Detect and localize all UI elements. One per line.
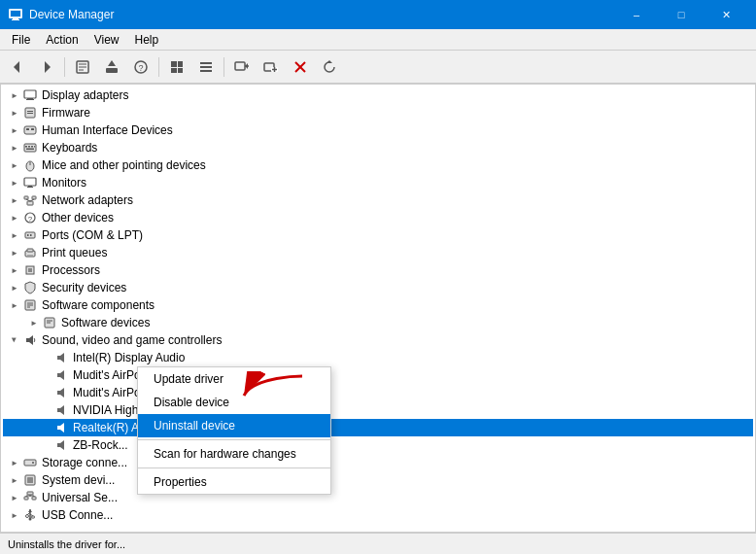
svg-rect-50 <box>27 187 33 188</box>
tree-item-processors[interactable]: ► Processors <box>3 261 753 279</box>
back-button[interactable] <box>4 54 31 80</box>
context-menu: Update driver Disable device Uninstall d… <box>137 366 331 495</box>
svg-rect-20 <box>200 70 212 72</box>
ctx-sep-1 <box>138 439 330 440</box>
maximize-button[interactable]: □ <box>659 0 704 29</box>
expand-arrow-storage[interactable]: ► <box>7 455 22 470</box>
tree-item-display-adapters[interactable]: ► Display adapters <box>3 87 753 104</box>
expand-arrow[interactable]: ► <box>7 87 22 103</box>
expand-arrow-keyboards[interactable]: ► <box>7 140 22 156</box>
svg-rect-36 <box>27 113 33 114</box>
tree-item-sound-video[interactable]: ► Sound, video and game controllers <box>3 331 753 349</box>
expand-arrow-ports[interactable]: ► <box>7 227 22 243</box>
scan-button[interactable] <box>228 54 256 80</box>
tree-item-print-queues[interactable]: ► Print queues <box>3 244 753 261</box>
tree-item-network-adapters[interactable]: ► Network adapters <box>3 191 753 209</box>
svg-rect-59 <box>27 234 29 236</box>
tree-item-keyboards[interactable]: ► Keyboards <box>3 139 753 156</box>
svg-rect-87 <box>32 497 36 500</box>
expand-arrow-software-dev[interactable]: ► <box>26 315 42 330</box>
tree-item-software-devices[interactable]: ► Software devices <box>3 314 753 331</box>
tree-item-mice[interactable]: ► Mice and other pointing devices <box>3 156 753 174</box>
sound-video-label: Sound, video and game controllers <box>42 333 222 347</box>
menu-view[interactable]: View <box>86 31 127 49</box>
add-button[interactable] <box>258 54 285 80</box>
tree-item-security-devices[interactable]: ► Security devices <box>3 279 753 296</box>
svg-rect-21 <box>235 62 245 70</box>
svg-marker-92 <box>28 509 32 512</box>
tree-item-realtek[interactable]: ► Realtek(R) Audio <box>3 419 753 436</box>
expand-arrow-print[interactable]: ► <box>7 245 22 260</box>
expand-arrow-other[interactable]: ► <box>7 210 22 225</box>
svg-rect-65 <box>28 268 32 272</box>
svg-rect-17 <box>178 68 183 73</box>
update-driver-button[interactable] <box>98 54 125 80</box>
expand-arrow-network[interactable]: ► <box>7 192 22 208</box>
refresh-button[interactable] <box>316 54 343 80</box>
svg-rect-35 <box>27 111 33 112</box>
svg-rect-49 <box>28 186 32 187</box>
menu-action[interactable]: Action <box>38 31 86 49</box>
expand-arrow-hid[interactable]: ► <box>7 122 22 138</box>
monitors-icon <box>22 175 38 190</box>
expand-arrow-mice[interactable]: ► <box>7 157 22 173</box>
ctx-update-driver[interactable]: Update driver <box>138 367 330 391</box>
svg-text:?: ? <box>28 215 33 224</box>
svg-rect-31 <box>24 90 36 98</box>
tree-item-firmware[interactable]: ► Firmware <box>3 104 753 121</box>
view1-button[interactable] <box>163 54 190 80</box>
tree-item-usb[interactable]: ► USB Conne... <box>3 506 753 524</box>
expand-arrow-sound[interactable]: ► <box>7 332 22 348</box>
properties-button[interactable] <box>69 54 96 80</box>
expand-arrow-security[interactable]: ► <box>7 280 22 295</box>
window-controls: – □ ✕ <box>614 0 748 29</box>
ctx-uninstall-device[interactable]: Uninstall device <box>138 414 330 437</box>
view2-button[interactable] <box>192 54 220 80</box>
other-devices-label: Other devices <box>42 211 114 225</box>
ctx-scan-changes[interactable]: Scan for hardware changes <box>138 442 330 466</box>
svg-rect-15 <box>178 61 183 67</box>
svg-marker-78 <box>57 423 64 433</box>
svg-rect-41 <box>25 146 27 148</box>
tree-item-airpods-hf[interactable]: ► Mudit's AirPods Hands-Free <box>3 384 753 401</box>
tree-item-system[interactable]: ► System devi... <box>3 471 753 489</box>
expand-arrow-software-comp[interactable]: ► <box>7 297 22 313</box>
ctx-properties[interactable]: Properties <box>138 470 330 494</box>
tree-item-hid[interactable]: ► Human Interface Devices <box>3 121 753 139</box>
ctx-disable-device[interactable]: Disable device <box>138 391 330 414</box>
tree-item-intel-display[interactable]: ► Intel(R) Display Audio <box>3 349 753 366</box>
expand-arrow-usb[interactable]: ► <box>7 507 22 523</box>
tree-item-universal[interactable]: ► Universal Se... <box>3 489 753 506</box>
device-tree[interactable]: ► Display adapters ► Firmware ► Human In… <box>0 84 756 533</box>
menu-file[interactable]: File <box>4 31 38 49</box>
tree-item-other-devices[interactable]: ► ? Other devices <box>3 209 753 226</box>
toolbar: ? <box>0 51 756 84</box>
expand-arrow-firmware[interactable]: ► <box>7 105 22 121</box>
expand-arrow-universal[interactable]: ► <box>7 490 22 505</box>
tree-item-zb-rock[interactable]: ► ZB-Rock... <box>3 436 753 454</box>
remove-button[interactable] <box>287 54 314 80</box>
close-button[interactable]: ✕ <box>704 0 748 29</box>
storage-label: Storage conne... <box>42 456 127 469</box>
expand-arrow-processors[interactable]: ► <box>7 262 22 278</box>
tree-item-storage[interactable]: ► Storage conne... <box>3 454 753 471</box>
expand-arrow-monitors[interactable]: ► <box>7 175 22 190</box>
system-label: System devi... <box>42 473 115 487</box>
tree-item-nvidia-hda[interactable]: ► NVIDIA High Definition Audio <box>3 401 753 419</box>
expand-arrow-system[interactable]: ► <box>7 472 22 488</box>
menu-help[interactable]: Help <box>127 31 167 49</box>
tree-item-ports[interactable]: ► Ports (COM & LPT) <box>3 226 753 244</box>
svg-rect-43 <box>31 146 33 148</box>
display-adapters-icon <box>22 87 38 103</box>
svg-rect-51 <box>27 201 33 205</box>
help-button[interactable]: ? <box>127 54 155 80</box>
airpods-icon <box>53 367 69 383</box>
minimize-button[interactable]: – <box>614 0 659 29</box>
toolbar-separator-1 <box>64 57 65 77</box>
svg-marker-75 <box>57 370 64 380</box>
tree-item-software-components[interactable]: ► Software components <box>3 296 753 314</box>
status-bar: Uninstalls the driver for... <box>0 533 756 554</box>
tree-item-monitors[interactable]: ► Monitors <box>3 174 753 191</box>
forward-button[interactable] <box>33 54 60 80</box>
tree-item-mudits-airpods[interactable]: ► Mudit's AirPods <box>3 366 753 384</box>
